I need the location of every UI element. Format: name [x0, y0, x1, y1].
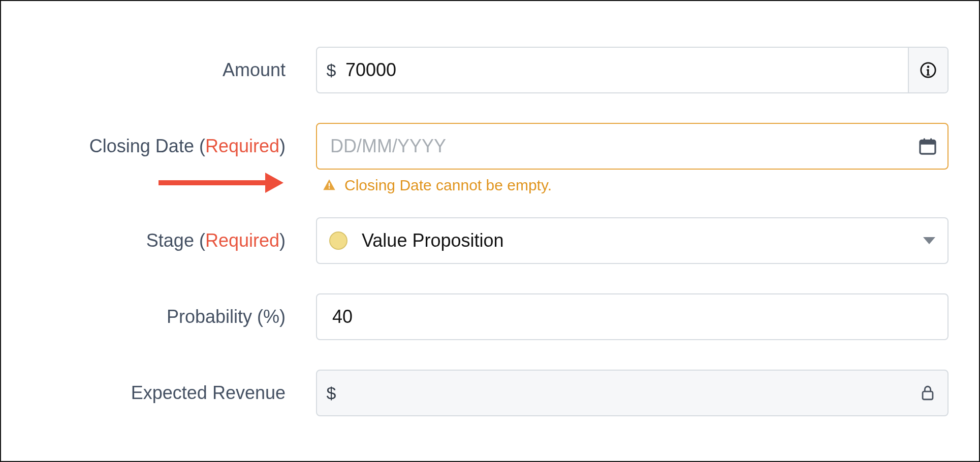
field-expected-revenue: $ [316, 370, 949, 416]
form: Amount $ [31, 47, 949, 416]
svg-rect-6 [329, 183, 330, 186]
closing-date-input-wrap [316, 123, 949, 170]
row-stage: Stage (Required) Value Proposition [31, 217, 949, 264]
label-expected-revenue: Expected Revenue [31, 382, 316, 404]
label-stage-post: ) [279, 230, 286, 251]
label-expected-revenue-text: Expected Revenue [131, 382, 286, 403]
expected-revenue-input-wrap: $ [316, 370, 949, 416]
currency-prefix-revenue: $ [317, 383, 345, 403]
closing-date-error: Closing Date cannot be empty. [322, 177, 552, 194]
label-closing-date-required: Required [205, 136, 279, 156]
amount-info-button[interactable] [908, 48, 947, 92]
label-amount-text: Amount [223, 59, 286, 80]
field-probability [316, 293, 949, 340]
chevron-down-icon [923, 237, 935, 244]
svg-rect-3 [920, 140, 935, 144]
stage-select[interactable]: Value Proposition [316, 217, 949, 264]
label-amount: Amount [31, 59, 316, 81]
warning-icon [322, 178, 336, 192]
row-probability: Probability (%) [31, 293, 949, 340]
label-stage: Stage (Required) [31, 229, 316, 251]
label-stage-required: Required [205, 230, 279, 251]
currency-prefix: $ [317, 60, 345, 80]
field-amount: $ [316, 47, 949, 93]
calendar-icon [918, 136, 938, 156]
info-icon [920, 61, 937, 79]
label-closing-date-pre: Closing Date ( [89, 136, 205, 156]
probability-input-wrap [316, 293, 949, 340]
svg-rect-8 [923, 391, 933, 400]
svg-rect-4 [924, 138, 925, 142]
stage-color-dot [329, 232, 347, 250]
svg-rect-5 [930, 138, 932, 142]
closing-date-input[interactable] [317, 124, 908, 169]
stage-selected-text: Value Proposition [362, 230, 923, 251]
label-probability-text: Probability (%) [167, 306, 286, 327]
closing-date-picker-button[interactable] [908, 124, 947, 169]
amount-input-wrap: $ [316, 47, 949, 93]
label-stage-pre: Stage ( [146, 230, 205, 251]
probability-input[interactable] [317, 294, 947, 339]
expected-revenue-locked [908, 371, 947, 415]
form-panel: Amount $ [0, 0, 980, 462]
label-closing-date-post: ) [279, 136, 286, 156]
field-stage: Value Proposition [316, 217, 949, 264]
closing-date-error-text: Closing Date cannot be empty. [344, 177, 552, 194]
lock-icon [919, 384, 936, 402]
row-amount: Amount $ [31, 47, 949, 93]
row-expected-revenue: Expected Revenue $ [31, 370, 949, 416]
svg-point-1 [927, 65, 930, 68]
row-closing-date: Closing Date (Required) [31, 123, 949, 170]
svg-rect-7 [329, 187, 330, 188]
amount-input[interactable] [345, 48, 908, 92]
expected-revenue-input [345, 371, 908, 415]
field-closing-date [316, 123, 949, 170]
label-probability: Probability (%) [31, 306, 316, 327]
label-closing-date: Closing Date (Required) [31, 135, 316, 157]
